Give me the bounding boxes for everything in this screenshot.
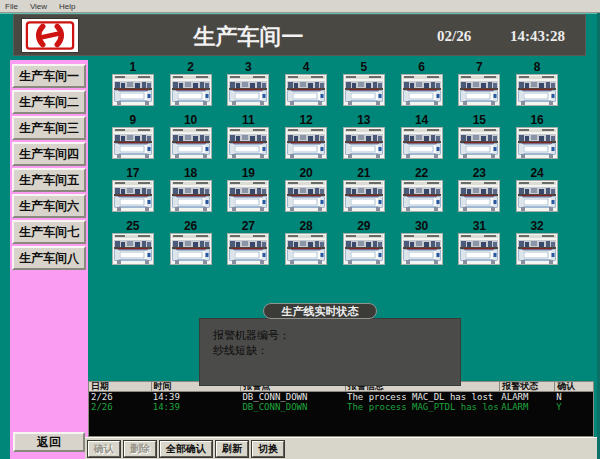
alarm-table: 日期 时间 报警点 报警信息 报警状态 确认 2/26 14:39 DB_CON…	[88, 381, 594, 437]
table-row[interactable]: 2/26 14:39 DB_CONN_DOWN The process MAG_…	[89, 402, 593, 412]
return-button[interactable]: 返回	[13, 432, 85, 452]
machine-item[interactable]: 24	[508, 167, 566, 212]
knitting-machine-icon	[112, 180, 154, 212]
machine-item[interactable]: 4	[277, 61, 335, 106]
menu-bar: File View Help	[0, 0, 600, 13]
machine-item[interactable]: 5	[335, 61, 393, 106]
knitting-machine-icon	[285, 127, 327, 159]
machine-item[interactable]: 6	[393, 61, 451, 106]
machine-number: 3	[245, 61, 252, 74]
clock-display: 14:43:28	[510, 28, 565, 45]
machine-number: 6	[418, 61, 425, 74]
table-row[interactable]: 2/26 14:39 DB_CONN_DOWN The process MAC_…	[89, 392, 593, 402]
toolbar-button[interactable]: 确认	[88, 441, 120, 457]
machine-item[interactable]: 18	[162, 167, 220, 212]
machine-item[interactable]: 20	[277, 167, 335, 212]
knitting-machine-icon	[516, 74, 558, 106]
alarm-table-body: 2/26 14:39 DB_CONN_DOWN The process MAC_…	[88, 392, 594, 437]
cell-ack: Y	[554, 402, 593, 412]
company-logo-icon	[21, 18, 79, 53]
knitting-machine-icon	[285, 74, 327, 106]
knitting-machine-icon	[343, 180, 385, 212]
machine-item[interactable]: 26	[162, 220, 220, 265]
knitting-machine-icon	[112, 127, 154, 159]
machine-grid: 1	[104, 61, 566, 265]
table-header-date[interactable]: 日期	[89, 382, 151, 391]
status-panel-title: 生产线实时状态	[263, 303, 377, 319]
sidebar-item-workshop[interactable]: 生产车间一	[12, 64, 86, 88]
machine-item[interactable]: 7	[451, 61, 509, 106]
machine-item[interactable]: 21	[335, 167, 393, 212]
knitting-machine-icon	[112, 233, 154, 265]
machine-item[interactable]: 28	[277, 220, 335, 265]
machine-item[interactable]: 15	[451, 114, 509, 159]
knitting-machine-icon	[227, 233, 269, 265]
machine-item[interactable]: 13	[335, 114, 393, 159]
machine-item[interactable]: 1	[104, 61, 162, 106]
machine-number: 9	[130, 114, 137, 127]
knitting-machine-icon	[516, 233, 558, 265]
machine-item[interactable]: 22	[393, 167, 451, 212]
workshop-nav: 生产车间一 生产车间二 生产车间三 生产车间四 生产车间五 生产车间六 生产车间…	[12, 64, 86, 270]
knitting-machine-icon	[343, 127, 385, 159]
knitting-machine-icon	[458, 74, 500, 106]
cell-alarm-message: The process MAC_DL has lost its d ..	[345, 392, 499, 402]
knitting-machine-icon	[458, 180, 500, 212]
toolbar-button[interactable]: 切换	[252, 441, 284, 457]
cell-alarm-message: The process MAG_PTDL has lost its ..	[345, 402, 499, 412]
table-header-ack[interactable]: 确认	[554, 382, 593, 391]
machine-item[interactable]: 29	[335, 220, 393, 265]
machine-number: 28	[299, 220, 312, 233]
machine-item[interactable]: 2	[162, 61, 220, 106]
knitting-machine-icon	[285, 233, 327, 265]
menu-item[interactable]: Help	[59, 2, 75, 10]
table-header-alarm-status[interactable]: 报警状态	[499, 382, 554, 391]
toolbar-button[interactable]: 全部确认	[160, 441, 212, 457]
machine-number: 1	[130, 61, 137, 74]
title-bar: 生产车间一 02/26 14:43:28	[13, 14, 586, 56]
machine-item[interactable]: 27	[220, 220, 278, 265]
knitting-machine-icon	[170, 127, 212, 159]
machine-number: 30	[415, 220, 428, 233]
toolbar-button[interactable]: 删除	[124, 441, 156, 457]
machine-item[interactable]: 30	[393, 220, 451, 265]
status-line: 纱线短缺：	[213, 343, 460, 358]
knitting-machine-icon	[285, 180, 327, 212]
machine-item[interactable]: 11	[220, 114, 278, 159]
knitting-machine-icon	[401, 233, 443, 265]
machine-number: 27	[242, 220, 255, 233]
machine-item[interactable]: 16	[508, 114, 566, 159]
knitting-machine-icon	[227, 180, 269, 212]
toolbar-button[interactable]: 刷新	[216, 441, 248, 457]
machine-item[interactable]: 10	[162, 114, 220, 159]
machine-item[interactable]: 14	[393, 114, 451, 159]
sidebar-item-workshop[interactable]: 生产车间二	[12, 90, 86, 114]
page-title: 生产车间一	[156, 22, 341, 52]
sidebar-item-workshop[interactable]: 生产车间八	[12, 246, 86, 270]
sidebar-item-workshop[interactable]: 生产车间七	[12, 220, 86, 244]
machine-item[interactable]: 17	[104, 167, 162, 212]
menu-item[interactable]: View	[30, 2, 47, 10]
knitting-machine-icon	[343, 233, 385, 265]
machine-number: 14	[415, 114, 428, 127]
machine-item[interactable]: 32	[508, 220, 566, 265]
machine-item[interactable]: 3	[220, 61, 278, 106]
sidebar-item-workshop[interactable]: 生产车间三	[12, 116, 86, 140]
cell-alarm-point: DB_CONN_DOWN	[240, 392, 345, 402]
machine-item[interactable]: 23	[451, 167, 509, 212]
date-display: 02/26	[437, 28, 471, 45]
machine-number: 26	[184, 220, 197, 233]
sidebar-item-workshop[interactable]: 生产车间六	[12, 194, 86, 218]
sidebar-item-workshop[interactable]: 生产车间四	[12, 142, 86, 166]
machine-item[interactable]: 12	[277, 114, 335, 159]
menu-item[interactable]: File	[5, 2, 18, 10]
machine-number: 4	[303, 61, 310, 74]
machine-item[interactable]: 19	[220, 167, 278, 212]
sidebar-item-workshop[interactable]: 生产车间五	[12, 168, 86, 192]
machine-item[interactable]: 31	[451, 220, 509, 265]
machine-item[interactable]: 8	[508, 61, 566, 106]
machine-item[interactable]: 9	[104, 114, 162, 159]
machine-item[interactable]: 25	[104, 220, 162, 265]
knitting-machine-icon	[401, 180, 443, 212]
knitting-machine-icon	[516, 180, 558, 212]
